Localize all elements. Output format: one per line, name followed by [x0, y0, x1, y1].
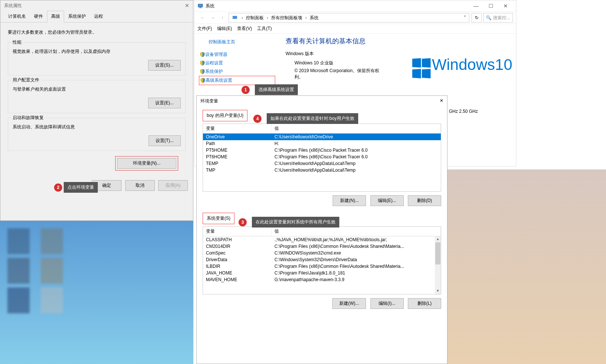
- var-value: C:\Program Files (x86)\Common Files\Auto…: [272, 263, 441, 269]
- sysprops-body: 要进行大多数更改，您必须作为管理员登录。 性能 视觉效果，处理器计划，内存使用，…: [0, 23, 193, 177]
- col-value[interactable]: 值: [272, 124, 441, 133]
- var-value: C:\Windows\System32\Drivers\DriverData: [272, 257, 441, 263]
- var-value: C:\Program Files (x86)\Cisco Packet Trac…: [272, 154, 441, 160]
- desktop-icon[interactable]: [7, 258, 30, 284]
- system-vars-label: 系统变量(S): [203, 213, 234, 224]
- menu-tools[interactable]: 工具(T): [257, 26, 272, 32]
- scroll-down-arrow[interactable]: ▼: [435, 288, 441, 294]
- breadcrumb-item[interactable]: 所有控制面板项: [270, 15, 304, 21]
- callout-3: 3 在此处设置变量则对系统中所有用户生效: [239, 217, 339, 228]
- sidebar-home-link[interactable]: 控制面板主页: [199, 39, 275, 45]
- back-button[interactable]: ←: [197, 15, 208, 20]
- menu-view[interactable]: 查看(V): [237, 26, 252, 32]
- environment-variables-button[interactable]: 环境变量(N)...: [117, 158, 176, 169]
- svg-rect-0: [198, 4, 203, 7]
- userprofile-group: 用户配置文件 与登录帐户相关的桌面设置 设置(E)...: [8, 80, 186, 113]
- var-value: C:\Users\helloworld\AppData\Local\Temp: [272, 167, 441, 173]
- cpwin-title: 系统: [206, 3, 214, 9]
- navigation-bar: ← → ↑ › 控制面板 › 所有控制面板项 › 系统 ˅ ↻ 🔍 搜索控...: [194, 11, 516, 24]
- user-new-button[interactable]: 新建(N)...: [333, 195, 366, 206]
- tab-systemprotection[interactable]: 系统保护: [64, 11, 90, 22]
- tab-advanced[interactable]: 高级: [47, 11, 64, 23]
- table-row[interactable]: ILBDIRC:\Program Files (x86)\Common File…: [203, 263, 441, 270]
- system-vars-scroll: CLASSPATH.;%JAVA_HOME%\lib\dt.jar;%JAVA_…: [203, 236, 441, 294]
- windows-10-logo: Windows10: [412, 56, 512, 80]
- table-row[interactable]: CLASSPATH.;%JAVA_HOME%\lib\dt.jar;%JAVA_…: [203, 236, 441, 243]
- up-button[interactable]: ↑: [218, 15, 226, 20]
- envdialog-body: boy 的用户变量(U) 变量 值 OneDriveC:\Users\hello…: [197, 106, 447, 319]
- close-button[interactable]: ✕: [498, 1, 513, 11]
- scroll-thumb[interactable]: [435, 242, 440, 264]
- system-icon: [197, 3, 203, 9]
- sysprops-title: 系统属性: [4, 3, 22, 9]
- user-vars-body: OneDriveC:\Users\helloworld\OneDrivePath…: [203, 134, 441, 173]
- table-row[interactable]: TEMPC:\Users\helloworld\AppData\Local\Te…: [203, 160, 441, 167]
- callout-2: 2 点击环境变量: [54, 182, 98, 193]
- system-vars-body: CLASSPATH.;%JAVA_HOME%\lib\dt.jar;%JAVA_…: [203, 236, 441, 283]
- sidebar-system-protection[interactable]: 系统保护: [199, 67, 275, 76]
- search-input[interactable]: 🔍 搜索控...: [483, 13, 513, 23]
- col-value[interactable]: 值: [272, 227, 441, 236]
- desktop-icon[interactable]: [41, 228, 63, 254]
- sidebar-remote-settings[interactable]: 远程设置: [199, 59, 275, 67]
- callout-4-badge: 4: [253, 115, 262, 123]
- user-edit-button[interactable]: 编辑(E)...: [370, 195, 404, 206]
- performance-group: 性能 视觉效果，处理器计划，内存使用，以及虚拟内存 设置(S)...: [8, 42, 186, 75]
- menu-edit[interactable]: 编辑(E): [217, 26, 232, 32]
- windows-logo-icon: [412, 58, 431, 80]
- sys-new-button[interactable]: 新建(W)...: [332, 298, 366, 309]
- scroll-up-arrow[interactable]: ▲: [435, 236, 441, 242]
- sys-delete-button[interactable]: 删除(L): [408, 298, 441, 309]
- environment-variables-dialog: 环境变量 ✕ boy 的用户变量(U) 变量 值 OneDriveC:\User…: [196, 95, 447, 364]
- cpwin-titlebar: 系统 — ☐ ✕: [194, 0, 516, 11]
- forward-button[interactable]: →: [208, 15, 218, 20]
- tab-computername[interactable]: 计算机名: [4, 11, 30, 22]
- breadcrumb-item[interactable]: 系统: [308, 15, 320, 21]
- user-vars-table: 变量 值 OneDriveC:\Users\helloworld\OneDriv…: [203, 124, 441, 192]
- col-variable[interactable]: 变量: [203, 227, 272, 236]
- table-row[interactable]: PathH:: [203, 140, 441, 147]
- sys-edit-button[interactable]: 编辑(I)...: [370, 298, 404, 309]
- refresh-button[interactable]: ↻: [472, 13, 482, 23]
- env-var-row: 环境变量(N)...: [8, 155, 186, 173]
- breadcrumb-item[interactable]: 控制面板: [244, 15, 265, 21]
- userprofile-settings-button[interactable]: 设置(E)...: [148, 98, 181, 108]
- desktop-icon[interactable]: [41, 287, 63, 313]
- system-vars-table: 变量 值 CLASSPATH.;%JAVA_HOME%\lib\dt.jar;%…: [203, 226, 441, 294]
- col-variable[interactable]: 变量: [203, 124, 272, 133]
- table-row[interactable]: TMPC:\Users\helloworld\AppData\Local\Tem…: [203, 167, 441, 173]
- shield-icon: [200, 52, 205, 57]
- svg-rect-2: [233, 16, 237, 19]
- scrollbar[interactable]: ▲ ▼: [435, 236, 441, 294]
- table-row[interactable]: ComSpecC:\WINDOWS\system32\cmd.exe: [203, 250, 441, 256]
- minimize-button[interactable]: —: [469, 1, 483, 11]
- desktop-icon[interactable]: [7, 228, 30, 254]
- desktop-icon[interactable]: [41, 258, 63, 284]
- table-row[interactable]: OneDriveC:\Users\helloworld\OneDrive: [203, 134, 441, 140]
- table-row[interactable]: MAVEN_HOMEG:\mavenpath\apache-maven-3.3.…: [203, 276, 441, 283]
- tab-remote[interactable]: 远程: [90, 11, 107, 22]
- startup-settings-button[interactable]: 设置(T)...: [149, 135, 181, 146]
- sidebar-device-manager[interactable]: 设备管理器: [199, 50, 275, 59]
- table-row[interactable]: PT6HOMEC:\Program Files (x86)\Cisco Pack…: [203, 154, 441, 160]
- close-icon[interactable]: ✕: [185, 3, 189, 9]
- tab-hardware[interactable]: 硬件: [30, 11, 47, 22]
- performance-settings-button[interactable]: 设置(S)...: [148, 60, 181, 71]
- table-row[interactable]: DriverDataC:\Windows\System32\Drivers\Dr…: [203, 256, 441, 263]
- callout-2-badge: 2: [54, 183, 62, 192]
- menu-file[interactable]: 文件(F): [197, 26, 212, 32]
- var-name: PT5HOME: [203, 147, 272, 153]
- table-row[interactable]: CM2014DIRC:\Program Files (x86)\Common F…: [203, 243, 441, 250]
- breadcrumb[interactable]: › 控制面板 › 所有控制面板项 › 系统 ˅: [229, 13, 469, 23]
- close-icon[interactable]: ✕: [440, 98, 443, 104]
- maximize-button[interactable]: ☐: [483, 1, 498, 11]
- desktop-icon[interactable]: [7, 287, 30, 313]
- chevron-down-icon[interactable]: ˅: [464, 15, 466, 20]
- apply-button: 应用(A): [158, 180, 188, 191]
- table-row[interactable]: PT5HOMEC:\Program Files (x86)\Cisco Pack…: [203, 147, 441, 154]
- sidebar-advanced-system-settings[interactable]: 高级系统设置: [199, 76, 275, 85]
- table-row[interactable]: JAVA_HOMEC:\Program Files\Java\jdk1.8.0_…: [203, 270, 441, 276]
- user-delete-button[interactable]: 删除(D): [408, 195, 441, 206]
- main-heading: 查看有关计算机的基本信息: [286, 37, 510, 46]
- cancel-button[interactable]: 取消: [125, 180, 155, 191]
